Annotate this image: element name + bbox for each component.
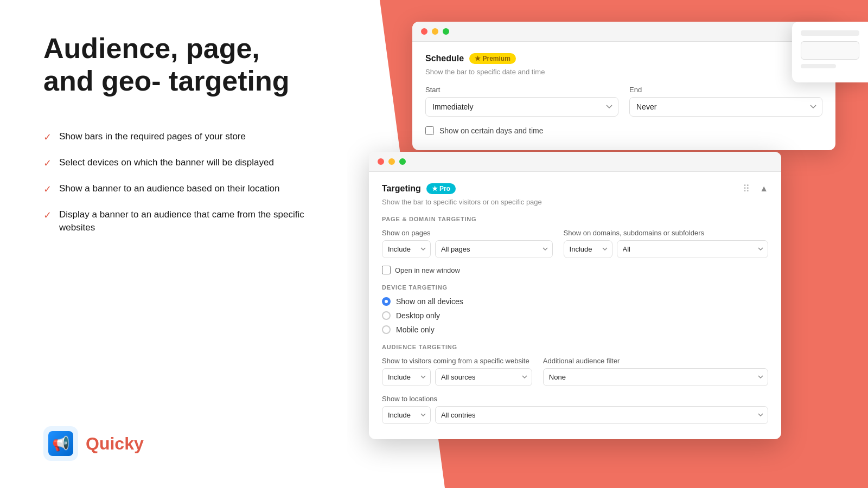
- page-domain-row: Show on pages Include All pages Show on …: [382, 229, 768, 258]
- check-icon: ✓: [43, 131, 52, 144]
- partial-select[interactable]: [801, 41, 859, 60]
- locations-include-select[interactable]: Include: [382, 406, 431, 424]
- show-pages-controls: Include All pages: [382, 240, 553, 258]
- check-icon: ✓: [43, 157, 52, 170]
- targeting-titlebar: [369, 152, 781, 172]
- locations-value-select[interactable]: All contries: [435, 406, 768, 424]
- open-new-window-row: Open in new window: [382, 266, 768, 274]
- targeting-section-header: Targeting ★ Pro ⠿ ▲: [382, 183, 768, 195]
- window-titlebar: [412, 22, 835, 42]
- show-days-checkbox[interactable]: [425, 126, 434, 135]
- end-label: End: [629, 86, 822, 94]
- partial-window: [792, 22, 868, 82]
- audience-visitors-row: Show to visitors coming from a specific …: [382, 357, 768, 386]
- targeting-subtitle: Show the bar to specific visitors or on …: [382, 198, 768, 206]
- end-select[interactable]: Never: [629, 97, 822, 117]
- show-domains-label: Show on domains, subdomains or subfolder…: [564, 229, 768, 237]
- list-item: ✓ Show a banner to an audience based on …: [43, 182, 315, 196]
- schedule-form-row: Start Immediately End Never: [425, 86, 822, 117]
- additional-filter-label: Additional audience filter: [543, 357, 768, 365]
- visitors-include-select[interactable]: Include: [382, 368, 431, 386]
- locations-controls: Include All contries: [382, 406, 768, 424]
- device-all-option[interactable]: Show on all devices: [382, 297, 768, 306]
- schedule-checkbox-row: Show on certain days and time: [425, 126, 822, 135]
- right-panel: Schedule ★ Premium ⠿ ▲ Show the bar to s…: [347, 0, 868, 488]
- start-label: Start: [425, 86, 618, 94]
- device-radio-group: Show on all devices Desktop only Mobile …: [382, 297, 768, 334]
- list-item: ✓ Display a banner to an audience that c…: [43, 208, 315, 234]
- domains-value-select[interactable]: All: [617, 240, 768, 258]
- device-mobile-option[interactable]: Mobile only: [382, 325, 768, 334]
- left-content: Audience, page, and geo- targeting ✓ Sho…: [43, 33, 315, 426]
- visitors-value-select[interactable]: All sources: [435, 368, 532, 386]
- show-on-pages-col: Show on pages Include All pages: [382, 229, 553, 258]
- collapse-icon[interactable]: ▲: [760, 184, 768, 194]
- logo-icon: [43, 426, 78, 461]
- logo-inner: [48, 431, 73, 456]
- schedule-section-header: Schedule ★ Premium ⠿ ▲: [425, 53, 822, 65]
- dot-yellow: [388, 158, 395, 165]
- show-domains-controls: Include All: [564, 240, 768, 258]
- dot-green: [443, 28, 449, 35]
- schedule-section-title: Schedule ★ Premium: [425, 53, 516, 64]
- device-targeting-title: DEVICE TARGETING: [382, 284, 768, 291]
- premium-badge: ★ Premium: [469, 53, 516, 64]
- end-field: End Never: [629, 86, 822, 117]
- grid-icon: ⠿: [743, 183, 751, 195]
- targeting-section-title: Targeting ★ Pro: [382, 183, 456, 194]
- list-item: ✓ Show bars in the required pages of you…: [43, 130, 315, 144]
- radio-icon-desktop: [382, 311, 391, 320]
- radio-icon-mobile: [382, 325, 391, 334]
- device-mobile-label: Mobile only: [396, 325, 435, 334]
- open-new-window-checkbox[interactable]: [382, 266, 391, 274]
- logo-area: Quicky: [43, 426, 315, 461]
- check-icon: ✓: [43, 183, 52, 196]
- device-all-label: Show on all devices: [396, 297, 463, 306]
- radio-icon-all: [382, 297, 391, 306]
- schedule-subtitle: Show the bar to specific date and time: [425, 68, 822, 76]
- open-new-window-label: Open in new window: [395, 266, 460, 274]
- dot-green: [399, 158, 406, 165]
- start-field: Start Immediately: [425, 86, 618, 117]
- additional-filter-col: Additional audience filter None: [543, 357, 768, 386]
- domains-include-select[interactable]: Include: [564, 240, 612, 258]
- list-item: ✓ Select devices on which the banner wil…: [43, 156, 315, 170]
- features-list: ✓ Show bars in the required pages of you…: [43, 130, 315, 234]
- schedule-window: Schedule ★ Premium ⠿ ▲ Show the bar to s…: [412, 22, 835, 150]
- show-pages-label: Show on pages: [382, 229, 553, 237]
- start-select[interactable]: Immediately: [425, 97, 618, 117]
- show-on-domains-col: Show on domains, subdomains or subfolder…: [564, 229, 768, 258]
- page-domain-title: PAGE & DOMAIN TARGETING: [382, 216, 768, 222]
- show-days-label: Show on certain days and time: [439, 126, 543, 135]
- audience-targeting-title: AUDIENCE TARGETING: [382, 344, 768, 350]
- visitors-source-col: Show to visitors coming from a specific …: [382, 357, 532, 386]
- pages-include-select[interactable]: Include: [382, 240, 431, 258]
- locations-label: Show to locations: [382, 395, 768, 403]
- schedule-window-body: Schedule ★ Premium ⠿ ▲ Show the bar to s…: [412, 42, 835, 150]
- partial-line: [801, 30, 859, 36]
- device-desktop-label: Desktop only: [396, 311, 440, 320]
- visitors-controls: Include All sources: [382, 368, 532, 386]
- device-desktop-option[interactable]: Desktop only: [382, 311, 768, 320]
- pro-badge: ★ Pro: [426, 183, 456, 194]
- visitors-label: Show to visitors coming from a specific …: [382, 357, 532, 365]
- pages-value-select[interactable]: All pages: [435, 240, 553, 258]
- check-icon: ✓: [43, 209, 52, 222]
- dot-yellow: [432, 28, 438, 35]
- targeting-body: Targeting ★ Pro ⠿ ▲ Show the bar to spec…: [369, 172, 781, 439]
- logo-text: Quicky: [86, 434, 144, 454]
- targeting-window: Targeting ★ Pro ⠿ ▲ Show the bar to spec…: [369, 152, 781, 439]
- page-title: Audience, page, and geo- targeting: [43, 33, 315, 98]
- dot-red: [378, 158, 384, 165]
- partial-line: [801, 64, 836, 68]
- left-panel: Audience, page, and geo- targeting ✓ Sho…: [0, 0, 347, 488]
- additional-filter-select[interactable]: None: [543, 368, 768, 386]
- location-row: Show to locations Include All contries: [382, 395, 768, 424]
- dot-red: [421, 28, 427, 35]
